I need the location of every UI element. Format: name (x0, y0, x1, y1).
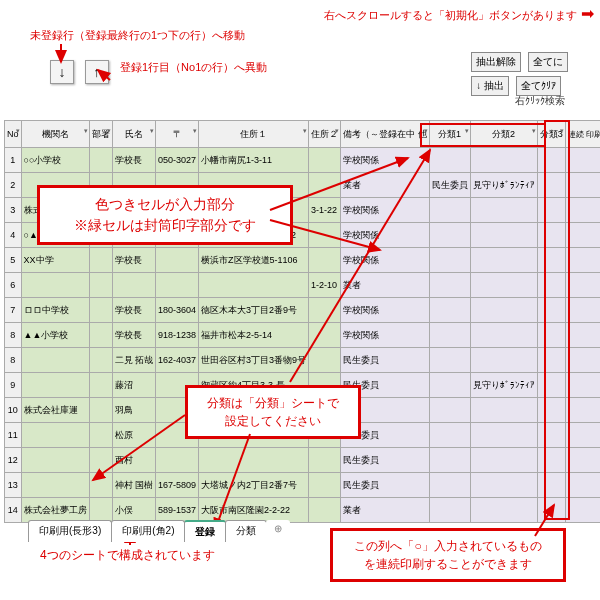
cell-bun1[interactable] (429, 448, 470, 473)
cell-busho[interactable] (89, 448, 112, 473)
cell-biko[interactable]: 民生委員 (341, 348, 430, 373)
cell-busho[interactable] (89, 473, 112, 498)
cell-shimei[interactable]: 神村 国樹 (112, 473, 156, 498)
cell-addr2[interactable] (309, 448, 341, 473)
cell-renzoku[interactable] (565, 298, 600, 323)
cell-addr2[interactable] (309, 148, 341, 173)
cell-renzoku[interactable] (565, 198, 600, 223)
cell-shimei[interactable]: 藤沼 (112, 373, 156, 398)
cell-busho[interactable] (89, 398, 112, 423)
cell-yubin[interactable]: 589-1537 (156, 498, 199, 523)
cell-busho[interactable] (89, 148, 112, 173)
cell-addr2[interactable] (309, 498, 341, 523)
cell-addr1[interactable]: 大阪市南区隆園2-2-22 (199, 498, 309, 523)
cell-biko[interactable]: 学校関係 (341, 148, 430, 173)
table-row[interactable]: 8▲▲小学校学校長918-1238福井市松本2-5-14学校関係 (5, 323, 601, 348)
cell-addr1[interactable]: 小幡市南尻1-3-11 (199, 148, 309, 173)
cell-yubin[interactable] (156, 448, 199, 473)
cell-bun2[interactable] (470, 148, 537, 173)
table-row[interactable]: 1○○小学校学校長050-3027小幡市南尻1-3-11学校関係 (5, 148, 601, 173)
table-row[interactable]: 61-2-10業者 (5, 273, 601, 298)
cell-addr1[interactable]: 徳区木本大3丁目2番9号 (199, 298, 309, 323)
cell-busho[interactable] (89, 323, 112, 348)
cell-bun1[interactable] (429, 223, 470, 248)
cell-renzoku[interactable] (565, 348, 600, 373)
cell-bun2[interactable]: 見守りﾎﾞﾗﾝﾃｨｱ (470, 373, 537, 398)
table-row[interactable]: 13神村 国樹167-5809大塔城ノ内2丁目2番7号民生委員 (5, 473, 601, 498)
cell-busho[interactable] (89, 248, 112, 273)
cell-bun2[interactable] (470, 498, 537, 523)
all-button[interactable]: 全てに (528, 52, 568, 72)
cell-yubin[interactable]: 050-3027 (156, 148, 199, 173)
cell-bun1[interactable] (429, 298, 470, 323)
cell-renzoku[interactable] (565, 448, 600, 473)
cell-bun1[interactable] (429, 273, 470, 298)
cell-kikan[interactable]: 株式会社夢工房 (21, 498, 89, 523)
cell-biko[interactable]: 業者 (341, 498, 430, 523)
cell-kikan[interactable]: ○○小学校 (21, 148, 89, 173)
cell-bun1[interactable]: 民生委員 (429, 173, 470, 198)
filter-button[interactable]: ↓ 抽出 (471, 76, 509, 96)
cell-biko[interactable]: 業者 (341, 273, 430, 298)
cell-addr1[interactable]: 世田谷区村3丁目3番物9号 (199, 348, 309, 373)
cell-renzoku[interactable] (565, 148, 600, 173)
cell-shimei[interactable]: 学校長 (112, 323, 156, 348)
cell-bun2[interactable]: 見守りﾎﾞﾗﾝﾃｨｱ (470, 173, 537, 198)
cell-bun2[interactable] (470, 248, 537, 273)
col-no[interactable]: No (5, 121, 22, 148)
cell-yubin[interactable]: 167-5809 (156, 473, 199, 498)
cell-addr1[interactable] (199, 273, 309, 298)
table-row[interactable]: 7ロロ中学校学校長180-3604徳区木本大3丁目2番9号学校関係 (5, 298, 601, 323)
cell-yubin[interactable]: 162-4037 (156, 348, 199, 373)
cell-bun1[interactable] (429, 373, 470, 398)
cell-shimei[interactable] (112, 273, 156, 298)
cell-bun1[interactable] (429, 248, 470, 273)
cell-shimei[interactable]: 二見 拓哉 (112, 348, 156, 373)
cell-biko[interactable]: 民生委員 (341, 448, 430, 473)
cell-renzoku[interactable] (565, 273, 600, 298)
tab-classification[interactable]: 分類 (225, 520, 267, 542)
all-clear-button[interactable]: 全てｸﾘｱ (516, 76, 561, 96)
cell-kikan[interactable] (21, 273, 89, 298)
cell-kikan[interactable]: 株式会社庫運 (21, 398, 89, 423)
cell-kikan[interactable] (21, 348, 89, 373)
cell-biko[interactable]: 民生委員 (341, 473, 430, 498)
cell-busho[interactable] (89, 348, 112, 373)
cell-busho[interactable] (89, 423, 112, 448)
tab-register[interactable]: 登録 (184, 520, 226, 542)
cell-addr1[interactable] (199, 448, 309, 473)
col-kikan[interactable]: 機関名 (21, 121, 89, 148)
cell-renzoku[interactable] (565, 323, 600, 348)
cell-bun1[interactable] (429, 498, 470, 523)
cell-yubin[interactable] (156, 248, 199, 273)
cell-addr2[interactable]: 1-2-10 (309, 273, 341, 298)
cell-renzoku[interactable] (565, 473, 600, 498)
tab-print-naga3[interactable]: 印刷用(長形3) (28, 520, 112, 542)
cell-bun2[interactable] (470, 398, 537, 423)
cell-bun2[interactable] (470, 223, 537, 248)
cell-shimei[interactable]: 松原 (112, 423, 156, 448)
col-renzoku[interactable]: 連続 印刷 (565, 121, 600, 148)
cell-kikan[interactable] (21, 423, 89, 448)
cell-kikan[interactable]: ▲▲小学校 (21, 323, 89, 348)
cell-bun1[interactable] (429, 323, 470, 348)
col-shimei[interactable]: 氏名 (112, 121, 156, 148)
col-biko[interactable]: 備考（～登録在中 他 (341, 121, 430, 148)
cell-addr2[interactable] (309, 348, 341, 373)
cell-addr2[interactable] (309, 173, 341, 198)
cell-bun1[interactable] (429, 473, 470, 498)
cell-shimei[interactable]: 小俣 (112, 498, 156, 523)
cell-kikan[interactable] (21, 373, 89, 398)
clear-filter-button[interactable]: 抽出解除 (471, 52, 521, 72)
cell-yubin[interactable]: 918-1238 (156, 323, 199, 348)
cell-bun2[interactable] (470, 273, 537, 298)
cell-addr2[interactable] (309, 298, 341, 323)
cell-busho[interactable] (89, 498, 112, 523)
tab-print-kaku2[interactable]: 印刷用(角2) (111, 520, 185, 542)
cell-kikan[interactable] (21, 448, 89, 473)
cell-addr2[interactable] (309, 223, 341, 248)
cell-renzoku[interactable] (565, 398, 600, 423)
cell-shimei[interactable]: 学校長 (112, 148, 156, 173)
cell-bun2[interactable] (470, 473, 537, 498)
cell-busho[interactable] (89, 373, 112, 398)
